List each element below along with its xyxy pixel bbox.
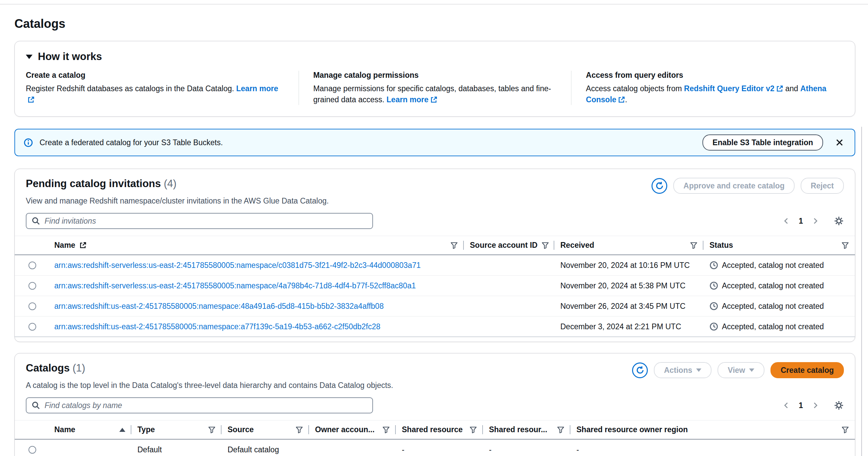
invitations-table-header: Name Source account ID Received Status (15, 236, 855, 255)
filter-icon[interactable] (541, 242, 549, 249)
next-page-button[interactable] (812, 217, 819, 225)
catalogs-description: A catalog is the top level in the Data C… (26, 381, 844, 390)
how-it-works-toggle[interactable]: How it works (26, 51, 844, 63)
banner-close-button[interactable] (833, 136, 846, 149)
catalogs-table-header: Name Type Source Owner accoun... Shared … (15, 420, 855, 439)
row-radio[interactable] (29, 282, 36, 290)
invitations-table: Name Source account ID Received Status (15, 236, 855, 337)
column-header-shared-resource-owner[interactable]: Shared resour... (483, 425, 570, 434)
caret-down-icon (26, 55, 32, 59)
status-cell: Accepted, catalog not created (704, 322, 855, 331)
catalog-type-cell: Default (131, 445, 221, 454)
column-label: Source account ID (470, 241, 537, 250)
filter-icon[interactable] (557, 426, 564, 433)
invitation-name-link[interactable]: arn:aws:redshift:us-east-2:451785580005:… (54, 322, 380, 331)
refresh-catalogs-button[interactable] (632, 362, 648, 378)
filter-icon[interactable] (841, 426, 849, 433)
current-page-number[interactable]: 1 (799, 401, 803, 410)
invitations-count: (4) (164, 178, 177, 189)
hiw-card-body: Register Redshift databases as catalogs … (26, 84, 234, 93)
chevron-right-icon (812, 402, 819, 409)
column-header-source-account-id[interactable]: Source account ID (464, 241, 554, 250)
hiw-card-title: Manage catalog permissions (313, 71, 557, 80)
column-header-source[interactable]: Source (221, 425, 309, 434)
learn-more-link-permissions[interactable]: Learn more (386, 95, 437, 104)
search-icon (31, 401, 40, 410)
view-dropdown-button[interactable]: View (717, 362, 765, 378)
row-radio[interactable] (29, 446, 36, 454)
filter-icon[interactable] (690, 242, 698, 249)
status-cell: Accepted, catalog not created (704, 302, 855, 311)
hiw-card-text: Manage permissions for specific catalogs… (313, 83, 557, 105)
table-preferences-button[interactable] (834, 216, 844, 226)
filter-icon[interactable] (382, 426, 390, 433)
pending-clock-icon (710, 322, 718, 331)
invitation-row: arn:aws:redshift-serverless:us-east-2:45… (15, 276, 855, 296)
hiw-card-body: and (785, 84, 798, 93)
received-cell: December 3, 2024 at 2:21 PM UTC (554, 322, 704, 331)
pending-clock-icon (710, 302, 718, 310)
column-label: Name (54, 241, 75, 250)
gear-icon (834, 400, 844, 411)
invitation-name-link[interactable]: arn:aws:redshift-serverless:us-east-2:45… (54, 281, 416, 291)
external-link-icon (776, 85, 783, 92)
page-top-border (0, 4, 868, 4)
refresh-invitations-button[interactable] (651, 178, 667, 194)
sort-ascending-icon[interactable] (119, 428, 125, 432)
column-label: Shared resource owner region (577, 425, 688, 434)
column-header-name[interactable]: Name (48, 241, 464, 250)
column-header-shared-resource[interactable]: Shared resource (396, 425, 483, 434)
previous-page-button[interactable] (782, 402, 790, 409)
banner-message: Create a federated catalog for your S3 T… (39, 138, 696, 147)
row-radio[interactable] (29, 262, 36, 269)
table-preferences-button[interactable] (834, 400, 844, 411)
row-radio[interactable] (29, 302, 36, 310)
invitation-name-link[interactable]: arn:aws:redshift:us-east-2:451785580005:… (54, 302, 384, 311)
filter-icon[interactable] (469, 426, 477, 433)
invitation-name-link[interactable]: arn:aws:redshift-serverless:us-east-2:45… (54, 261, 421, 270)
info-icon (24, 138, 33, 147)
filter-icon[interactable] (841, 242, 849, 249)
reject-button[interactable]: Reject (801, 178, 844, 194)
filter-icon[interactable] (296, 426, 303, 433)
column-header-status[interactable]: Status (704, 241, 855, 250)
pending-invitations-panel: Pending catalog invitations (4) Approve … (14, 169, 855, 342)
status-text: Accepted, catalog not created (722, 281, 824, 291)
hiw-card-text: Access catalog objects from Redshift Que… (586, 83, 830, 105)
chevron-right-icon (812, 217, 819, 225)
enable-s3-table-integration-button[interactable]: Enable S3 Table integration (703, 134, 823, 151)
column-header-name[interactable]: Name (48, 425, 131, 434)
column-label: Name (54, 425, 75, 434)
button-label: Actions (664, 366, 692, 375)
redshift-query-editor-link[interactable]: Redshift Query Editor v2 (684, 84, 783, 93)
find-catalogs-input[interactable] (26, 397, 373, 414)
invitations-search (26, 213, 373, 229)
find-invitations-input[interactable] (26, 213, 373, 229)
catalogs-table: Name Type Source Owner accoun... Shared … (15, 420, 855, 456)
column-header-type[interactable]: Type (131, 425, 221, 434)
external-link-icon (28, 96, 34, 103)
current-page-number[interactable]: 1 (799, 217, 803, 226)
column-header-owner-account[interactable]: Owner accoun... (309, 425, 396, 434)
catalogs-toolbar: 1 (26, 397, 844, 414)
next-page-button[interactable] (812, 402, 819, 409)
column-header-shared-resource-owner-region[interactable]: Shared resource owner region (570, 425, 855, 434)
page-title: Catalogs (14, 17, 855, 31)
caret-down-icon (696, 368, 702, 372)
row-radio[interactable] (29, 323, 36, 331)
column-label: Shared resour... (489, 425, 547, 434)
title-text: Catalogs (26, 362, 70, 374)
column-header-received[interactable]: Received (554, 241, 704, 250)
invitation-row: arn:aws:redshift:us-east-2:451785580005:… (15, 316, 855, 337)
catalogs-panel: Catalogs (1) Actions View Create catalog… (14, 353, 855, 456)
filter-icon[interactable] (208, 426, 216, 433)
create-catalog-button[interactable]: Create catalog (771, 362, 844, 378)
approve-and-create-catalog-button[interactable]: Approve and create catalog (673, 178, 795, 194)
actions-dropdown-button[interactable]: Actions (654, 362, 712, 378)
filter-icon[interactable] (451, 242, 458, 249)
hiw-card-manage-permissions: Manage catalog permissions Manage permis… (299, 71, 571, 105)
previous-page-button[interactable] (782, 217, 790, 225)
how-it-works-columns: Create a catalog Register Redshift datab… (26, 71, 844, 105)
hiw-card-text: Register Redshift databases as catalogs … (26, 83, 284, 105)
status-cell: Accepted, catalog not created (704, 281, 855, 291)
